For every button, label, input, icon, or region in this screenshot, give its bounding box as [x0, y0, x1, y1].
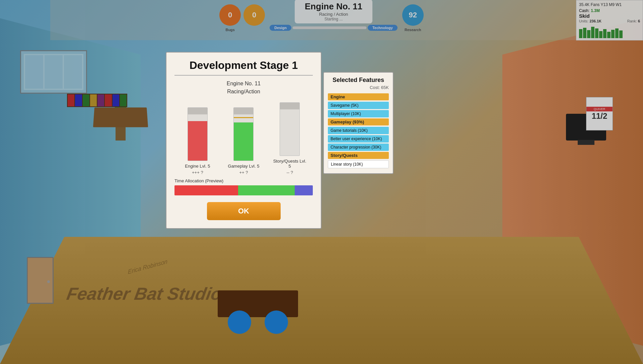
features-cost: Cost: 65K — [328, 85, 389, 90]
engine-bar-cap — [188, 108, 207, 114]
features-panel: Selected Features Cost: 65K Engine Saveg… — [323, 72, 394, 174]
tutorials-item[interactable]: Game tutorials (10K) — [328, 127, 389, 134]
multiplayer-item[interactable]: Multiplayer (10K) — [328, 110, 389, 117]
savegame-item[interactable]: Savegame (5K) — [328, 102, 389, 109]
bars-row: Engine Lvl. 5 +++ ? Gameplay Lvl. 5 ++ ?… — [174, 102, 313, 175]
gameplay-bar-label: Gameplay Lvl. 5 — [228, 164, 260, 169]
ok-button[interactable]: OK — [207, 202, 281, 220]
story-category: Story/Quests — [328, 152, 389, 159]
story-bar-cap — [280, 103, 299, 109]
modal-backdrop — [0, 0, 643, 364]
gameplay-bar-score: ++ ? — [239, 170, 248, 175]
gameplay-bar-container — [233, 107, 254, 161]
engine-bar-fill — [188, 121, 207, 161]
features-title: Selected Features — [328, 77, 389, 84]
engine-bar-col: Engine Lvl. 5 +++ ? — [181, 107, 214, 175]
time-red-segment — [174, 185, 238, 195]
user-exp-item[interactable]: Better user experience (10K) — [328, 135, 389, 143]
gameplay-category: Gameplay (93%) — [328, 118, 389, 125]
story-bar-score: -- ? — [286, 170, 293, 175]
story-bar-label: Story/Quests Lvl. 5 — [273, 159, 306, 169]
gameplay-bar-fill — [234, 122, 253, 161]
time-alloc-bar — [174, 185, 313, 195]
linear-story-item[interactable]: Linear story (10K) — [328, 160, 389, 168]
dialog-title: Development Stage 1 — [174, 59, 313, 76]
development-dialog: Development Stage 1 Engine No. 11 Racing… — [166, 52, 322, 229]
gameplay-bar-cap — [234, 108, 253, 114]
engine-bar-label: Engine Lvl. 5 — [185, 164, 210, 169]
engine-bar-container — [188, 107, 208, 161]
char-prog-item[interactable]: Character progression (30K) — [328, 144, 389, 151]
story-bar-col: Story/Quests Lvl. 5 -- ? — [273, 102, 306, 175]
engine-bar-score: +++ ? — [192, 170, 203, 175]
dialog-subtitle: Engine No. 11 Racing/Action — [174, 80, 313, 96]
time-alloc-label: Time Allocation (Preview) — [174, 178, 313, 183]
engine-category: Engine — [328, 93, 389, 100]
story-bar-container — [280, 102, 300, 156]
time-blue-segment — [295, 185, 313, 195]
time-green-segment — [238, 185, 295, 195]
gameplay-gold-marker — [234, 117, 253, 118]
gameplay-bar-col: Gameplay Lvl. 5 ++ ? — [227, 107, 260, 175]
